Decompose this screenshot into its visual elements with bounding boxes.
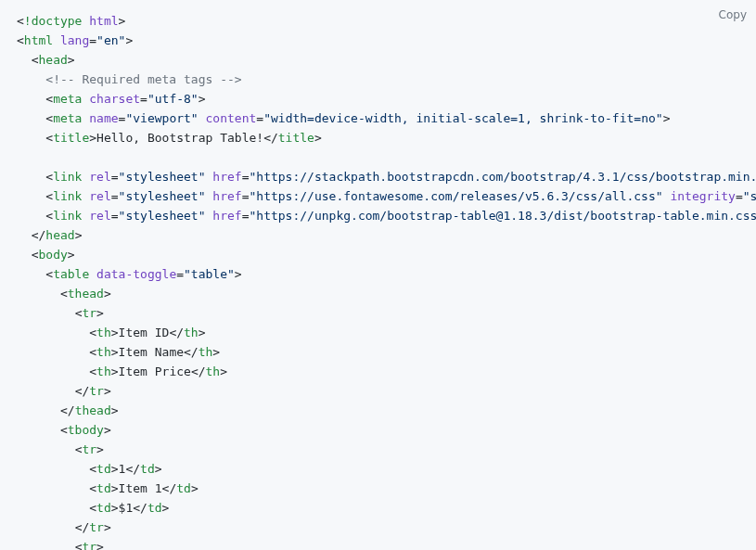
code-line: <thead>	[17, 284, 739, 303]
token-punc: </	[184, 345, 199, 359]
token-punc: <	[45, 267, 53, 281]
token-tag: link	[53, 170, 89, 184]
code-line: <td>Item 1</td>	[17, 479, 739, 498]
token-attr-name: data-toggle	[96, 267, 176, 281]
token-tag: thead	[75, 403, 111, 417]
code-line: <meta name="viewport" content="width=dev…	[17, 109, 739, 128]
token-text: Item 1	[119, 481, 162, 495]
token-attr-name: href	[212, 189, 241, 203]
token-punc: >	[119, 14, 126, 28]
token-punc: <	[89, 501, 96, 515]
token-punc: >	[111, 345, 119, 359]
token-attr-name: rel	[89, 170, 110, 184]
code-line: </tr>	[17, 381, 739, 401]
token-punc: >	[104, 423, 111, 437]
code-line: <table data-toggle="table">	[17, 264, 739, 284]
token-punc: >	[75, 228, 83, 242]
token-attr-name: integrity	[670, 189, 735, 203]
token-attr-name: html	[89, 14, 118, 28]
token-attr-val: "utf-8"	[147, 92, 199, 106]
token-tag: td	[140, 462, 155, 476]
token-tag: td	[96, 481, 111, 495]
token-punc: <	[45, 189, 53, 203]
code-line: </thead>	[17, 401, 739, 420]
token-punc: >	[111, 403, 119, 417]
token-punc: >	[220, 365, 227, 378]
code-line: <tr>	[17, 440, 739, 459]
token-punc: =	[111, 170, 119, 184]
token-text: $1	[119, 501, 134, 515]
token-attr-val: "viewport"	[125, 111, 198, 125]
token-tag: tr	[82, 442, 96, 456]
code-line: <!doctype html>	[17, 11, 739, 31]
code-line: <!-- Required meta tags -->	[17, 70, 739, 89]
token-punc: >	[96, 306, 104, 320]
token-attr-name: lang	[60, 33, 89, 47]
code-line: <link rel="stylesheet" href="https://unp…	[17, 206, 739, 225]
token-punc: <	[45, 111, 53, 125]
token-attr-val: "width=device-width, initial-scale=1, sh…	[263, 111, 662, 125]
token-tag: td	[147, 501, 162, 515]
code-line: <tbody>	[17, 420, 739, 440]
token-tag: tbody	[68, 423, 104, 437]
token-punc: =	[89, 33, 96, 47]
token-punc: =	[736, 189, 743, 203]
token-punc: >	[155, 462, 162, 476]
token-punc: <	[60, 287, 68, 301]
token-tag: head	[38, 53, 67, 67]
token-punc: >	[104, 384, 111, 398]
code-line: <tr>	[17, 303, 739, 323]
token-tag: th	[96, 345, 111, 359]
token-punc: <	[89, 462, 96, 476]
token-tag: title	[278, 131, 314, 145]
token-text: Item ID	[119, 326, 170, 339]
token-punc: <	[17, 14, 24, 28]
code-line: <th>Item ID</th>	[17, 323, 739, 342]
token-punc: >	[96, 442, 104, 456]
token-punc: </	[60, 403, 75, 417]
token-punc: >	[162, 501, 170, 515]
token-tag: th	[199, 345, 213, 359]
token-tag: th	[96, 365, 111, 378]
code-line: <title>Hello, Bootstrap Table!</title>	[17, 128, 739, 147]
token-attr-name: content	[206, 111, 257, 125]
token-attr-name: rel	[89, 189, 110, 203]
token-punc: >	[96, 540, 104, 550]
token-punc: <	[17, 33, 24, 47]
token-punc: >	[191, 481, 199, 495]
token-punc: </	[75, 384, 90, 398]
token-punc: >	[104, 287, 111, 301]
token-punc: =	[256, 111, 263, 125]
code-line: </tr>	[17, 518, 739, 537]
token-attr-val: "https://unpkg.com/bootstrap-table@1.18.…	[249, 209, 756, 223]
token-punc: >	[235, 267, 242, 281]
token-text: Hello, Bootstrap Table!	[96, 131, 263, 145]
token-tag: tr	[82, 306, 96, 320]
code-line: </head>	[17, 225, 739, 245]
token-punc: >	[89, 131, 96, 145]
token-punc: >	[199, 92, 206, 106]
code-line: <th>Item Name</th>	[17, 342, 739, 362]
token-tag: title	[53, 131, 89, 145]
token-punc: >	[111, 501, 119, 515]
token-text: Item Price	[119, 365, 191, 378]
token-punc: </	[169, 326, 184, 339]
token-punc: </	[191, 365, 206, 378]
token-punc: >	[212, 345, 220, 359]
token-punc: <	[45, 131, 53, 145]
token-tag: td	[96, 462, 111, 476]
token-comment: <!-- Required meta tags -->	[45, 72, 241, 86]
copy-button[interactable]: Copy	[719, 6, 747, 25]
token-tag: tr	[82, 540, 96, 550]
token-text: Item Name	[119, 345, 184, 359]
token-punc: >	[314, 131, 322, 145]
token-punc: <	[89, 326, 96, 339]
token-attr-name: href	[212, 209, 241, 223]
code-line	[17, 147, 739, 167]
token-punc: >	[111, 481, 119, 495]
code-line: <td>1</td>	[17, 459, 739, 479]
token-punc: </	[162, 481, 177, 495]
token-attr-name: name	[89, 111, 118, 125]
code-line: <html lang="en">	[17, 31, 739, 50]
token-attr-name: href	[212, 170, 241, 184]
